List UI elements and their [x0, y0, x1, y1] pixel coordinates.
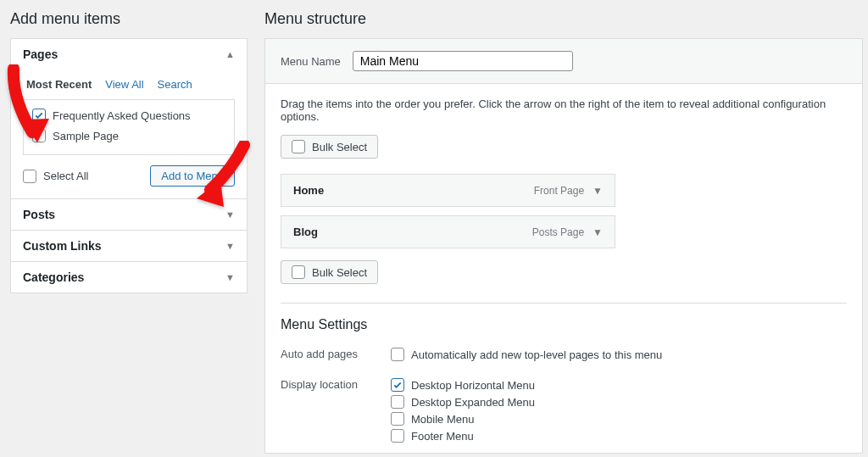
auto-add-option[interactable]: Automatically add new top-level pages to…: [391, 348, 847, 361]
accordion-categories-header[interactable]: Categories ▼: [11, 262, 247, 293]
location-label: Footer Menu: [411, 430, 474, 443]
menu-item-home[interactable]: Home Front Page ▼: [281, 174, 615, 207]
select-all[interactable]: Select All: [23, 170, 88, 183]
location-label: Desktop Expanded Menu: [411, 396, 535, 409]
page-item-sample[interactable]: Sample Page: [32, 129, 225, 142]
accordion-posts-header[interactable]: Posts ▼: [11, 199, 247, 230]
add-items-accordion: Pages ▲ Most Recent View All Search Freq…: [10, 38, 248, 293]
add-footer: Select All Add to Menu: [23, 165, 235, 187]
checkbox-unchecked-icon[interactable]: [391, 429, 404, 443]
checkbox-unchecked-icon[interactable]: [23, 170, 36, 183]
setting-display-location: Display location Desktop Horizontal Menu…: [281, 371, 847, 453]
menu-item-blog[interactable]: Blog Posts Page ▼: [281, 215, 615, 248]
page-item-faq[interactable]: Frequently Asked Questions: [32, 109, 225, 122]
add-items-title: Add menu items: [10, 10, 248, 28]
add-menu-items-column: Add menu items Pages ▲ Most Recent View …: [10, 10, 248, 457]
bulk-select-bottom[interactable]: Bulk Select: [281, 260, 378, 284]
menu-structure-panel: Menu Name Drag the items into the order …: [264, 38, 863, 454]
menu-item-list: Home Front Page ▼ Blog Posts Page ▼: [281, 174, 847, 248]
menu-item-type: Posts Page: [532, 226, 584, 238]
drag-hint: Drag the items into the order you prefer…: [281, 98, 847, 123]
accordion-pages: Pages ▲ Most Recent View All Search Freq…: [11, 39, 247, 198]
menu-structure-column: Menu structure Menu Name Drag the items …: [264, 10, 863, 457]
chevron-down-icon: ▼: [225, 272, 235, 282]
checkbox-checked-icon[interactable]: [32, 109, 46, 122]
pages-tabs: Most Recent View All Search: [23, 78, 235, 91]
location-desktop-expanded[interactable]: Desktop Expanded Menu: [391, 395, 847, 409]
chevron-down-icon[interactable]: ▼: [593, 226, 603, 238]
accordion-categories-label: Categories: [23, 270, 84, 284]
tab-view-all[interactable]: View All: [105, 78, 143, 91]
chevron-up-icon: ▲: [225, 49, 235, 59]
setting-auto-add: Auto add pages Automatically add new top…: [281, 341, 847, 371]
add-to-menu-button[interactable]: Add to Menu: [150, 165, 235, 187]
accordion-custom-links: Custom Links ▼: [11, 230, 247, 261]
menu-item-label: Home: [293, 184, 324, 197]
page-item-label: Sample Page: [53, 130, 119, 142]
menu-name-row: Menu Name: [265, 39, 862, 84]
menu-item-meta: Posts Page ▼: [532, 226, 603, 238]
bulk-select-top[interactable]: Bulk Select: [281, 135, 378, 159]
location-footer[interactable]: Footer Menu: [391, 429, 847, 443]
display-location-label: Display location: [281, 378, 391, 446]
chevron-down-icon: ▼: [225, 209, 235, 220]
location-label: Mobile Menu: [411, 413, 474, 426]
accordion-custom-links-label: Custom Links: [23, 239, 102, 253]
page-item-label: Frequently Asked Questions: [53, 109, 191, 122]
pages-checklist: Frequently Asked Questions Sample Page: [23, 99, 235, 155]
auto-add-option-label: Automatically add new top-level pages to…: [411, 348, 662, 361]
accordion-posts: Posts ▼: [11, 198, 247, 230]
accordion-pages-label: Pages: [23, 47, 58, 61]
checkbox-unchecked-icon[interactable]: [391, 412, 404, 426]
location-label: Desktop Horizontal Menu: [411, 379, 535, 392]
checkbox-unchecked-icon[interactable]: [391, 395, 404, 409]
chevron-down-icon: ▼: [225, 241, 235, 251]
menu-item-type: Front Page: [534, 185, 584, 197]
chevron-down-icon[interactable]: ▼: [593, 185, 603, 197]
accordion-categories: Categories ▼: [11, 261, 247, 293]
accordion-custom-links-header[interactable]: Custom Links ▼: [11, 231, 247, 261]
checkbox-unchecked-icon[interactable]: [292, 140, 305, 153]
menu-name-label: Menu Name: [281, 55, 341, 68]
menu-settings: Menu Settings Auto add pages Automatical…: [281, 303, 847, 453]
checkbox-checked-icon[interactable]: [391, 378, 404, 392]
menu-item-meta: Front Page ▼: [534, 185, 603, 197]
accordion-posts-label: Posts: [23, 208, 55, 221]
menu-structure-body: Drag the items into the order you prefer…: [265, 84, 862, 453]
accordion-pages-body: Most Recent View All Search Frequently A…: [11, 70, 247, 198]
menu-item-label: Blog: [293, 226, 318, 238]
menu-name-input[interactable]: [353, 51, 573, 71]
menu-settings-title: Menu Settings: [281, 317, 847, 332]
auto-add-label: Auto add pages: [281, 348, 391, 365]
checkbox-unchecked-icon[interactable]: [32, 129, 46, 142]
tab-search[interactable]: Search: [158, 78, 192, 91]
menu-structure-title: Menu structure: [264, 10, 863, 28]
select-all-label: Select All: [43, 170, 88, 182]
checkbox-unchecked-icon[interactable]: [391, 348, 404, 361]
bulk-select-label: Bulk Select: [312, 141, 367, 153]
location-mobile[interactable]: Mobile Menu: [391, 412, 847, 426]
bulk-select-label: Bulk Select: [312, 266, 367, 279]
location-desktop-horizontal[interactable]: Desktop Horizontal Menu: [391, 378, 847, 392]
tab-most-recent[interactable]: Most Recent: [26, 78, 92, 91]
accordion-pages-header[interactable]: Pages ▲: [11, 39, 247, 70]
checkbox-unchecked-icon[interactable]: [292, 265, 305, 279]
